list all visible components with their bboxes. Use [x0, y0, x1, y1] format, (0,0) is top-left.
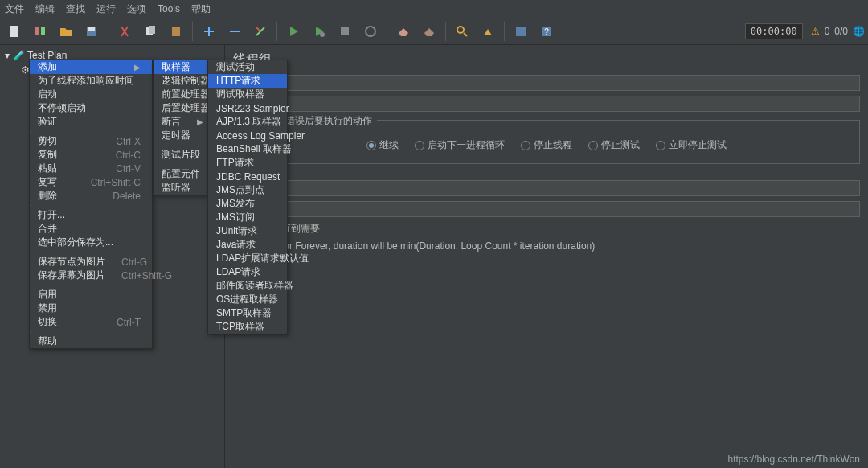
menu-edit[interactable]: 编辑: [35, 2, 55, 16]
func-helper-icon[interactable]: [510, 20, 532, 43]
menu-help[interactable]: 帮助: [191, 2, 211, 16]
menu-item[interactable]: 定时器▶: [154, 129, 207, 142]
menu-item[interactable]: Access Log Sampler: [208, 129, 287, 142]
menu-item[interactable]: 添加▶: [30, 60, 152, 74]
collapse-icon[interactable]: [223, 20, 246, 43]
menu-run[interactable]: 运行: [96, 2, 116, 16]
menu-item[interactable]: 配置元件▶: [154, 167, 207, 181]
menu-item[interactable]: LDAP请求: [208, 265, 287, 279]
sampler-submenu[interactable]: 测试活动HTTP请求调试取样器JSR223 SamplerAJP/1.3 取样器…: [207, 60, 288, 335]
menu-item[interactable]: Java请求: [208, 238, 287, 252]
clear-all-icon[interactable]: [418, 20, 440, 43]
menu-item[interactable]: 禁用: [30, 302, 152, 315]
menu-item[interactable]: 打开...: [30, 208, 152, 222]
menu-item[interactable]: JSR223 Sampler: [208, 101, 287, 115]
menu-item[interactable]: 测试活动: [208, 60, 287, 74]
context-menu[interactable]: 添加▶为子线程添加响应时间启动不停顿启动验证剪切Ctrl-X复制Ctrl-C粘贴…: [29, 60, 153, 349]
ramp-input[interactable]: [252, 201, 860, 217]
radio-continue[interactable]: 继续: [366, 138, 399, 152]
menu-item[interactable]: 保存节点为图片Ctrl-G: [30, 255, 152, 269]
menu-item[interactable]: BeanShell 取样器: [208, 142, 287, 156]
svg-rect-12: [516, 27, 526, 36]
menu-item[interactable]: 监听器▶: [154, 181, 207, 195]
menu-item[interactable]: 剪切Ctrl-X: [30, 134, 152, 148]
menu-item[interactable]: JUnit请求: [208, 224, 287, 238]
run-icon[interactable]: [282, 20, 305, 43]
comment-input[interactable]: [261, 96, 860, 112]
menu-find[interactable]: 查找: [66, 2, 85, 16]
shutdown-icon[interactable]: [359, 20, 382, 43]
menu-item[interactable]: 复制Ctrl-C: [30, 148, 152, 162]
menu-item[interactable]: 删除Delete: [30, 189, 152, 203]
menu-item[interactable]: 帮助: [30, 335, 152, 348]
menu-tools[interactable]: Tools: [158, 3, 180, 14]
menu-item[interactable]: JMS订阅: [208, 211, 287, 224]
open-icon[interactable]: [55, 20, 77, 43]
menu-item[interactable]: 邮件阅读者取样器: [208, 279, 287, 293]
menu-item[interactable]: 取样器▶: [154, 60, 207, 74]
toggle-icon[interactable]: [249, 20, 272, 43]
menu-item[interactable]: HTTP请求: [208, 74, 287, 88]
menu-item[interactable]: 后置处理器▶: [154, 101, 207, 115]
menu-item[interactable]: 验证: [30, 115, 152, 129]
menu-item[interactable]: SMTP取样器: [208, 306, 287, 320]
save-icon[interactable]: [80, 20, 103, 43]
menu-item[interactable]: 选中部分保存为...: [30, 236, 152, 249]
radio-next-loop[interactable]: 启动下一进程循环: [415, 138, 505, 152]
expand-icon[interactable]: [198, 20, 220, 43]
menu-options[interactable]: 选项: [127, 2, 146, 16]
svg-point-10: [366, 27, 375, 36]
cut-icon[interactable]: [113, 20, 136, 43]
globe-icon[interactable]: 🌐: [853, 26, 865, 37]
stop-icon[interactable]: [334, 20, 356, 43]
copy-icon[interactable]: [139, 20, 162, 43]
menu-item[interactable]: OS进程取样器: [208, 293, 287, 306]
clear-icon[interactable]: [392, 20, 415, 43]
reset-search-icon[interactable]: [477, 20, 499, 43]
menu-item[interactable]: 测试片段▶: [154, 148, 207, 162]
templates-icon[interactable]: [29, 20, 51, 43]
svg-rect-4: [88, 27, 95, 31]
menu-item[interactable]: 为子线程添加响应时间: [30, 74, 152, 88]
menu-item[interactable]: 粘贴Ctrl-V: [30, 162, 152, 175]
panel-title: 线程组: [233, 51, 860, 68]
menu-item[interactable]: FTP请求: [208, 156, 287, 170]
radio-stop-now[interactable]: 立即停止测试: [656, 138, 727, 152]
chevron-down-icon[interactable]: ▾: [5, 50, 10, 61]
menu-item[interactable]: 切换Ctrl-T: [30, 315, 152, 329]
run-nopause-icon[interactable]: [308, 20, 330, 43]
new-file-icon[interactable]: [3, 20, 26, 43]
menu-item[interactable]: 调试取样器: [208, 88, 287, 101]
menu-item[interactable]: JMS点到点: [208, 183, 287, 197]
menu-item[interactable]: JDBC Request: [208, 170, 287, 183]
menu-item[interactable]: JMS发布: [208, 197, 287, 211]
help-icon[interactable]: ?: [535, 20, 558, 43]
paste-icon[interactable]: [165, 20, 187, 43]
svg-rect-7: [172, 27, 180, 36]
add-submenu[interactable]: 取样器▶逻辑控制器▶前置处理器▶后置处理器▶断言▶定时器▶测试片段▶配置元件▶监…: [153, 60, 207, 195]
footer-url: https://blog.csdn.net/ThinkWon: [727, 454, 860, 465]
thread-group-panel: 线程组 名称: 注释: 在取样器错误后要执行的动作 继续 启动下一进程循环 停止…: [225, 45, 868, 468]
menu-item[interactable]: 不停顿启动: [30, 101, 152, 115]
menu-item[interactable]: LDAP扩展请求默认值: [208, 252, 287, 265]
menu-item[interactable]: AJP/1.3 取样器: [208, 115, 287, 129]
menu-item[interactable]: 合并: [30, 222, 152, 236]
menu-item[interactable]: 逻辑控制器▶: [154, 74, 207, 88]
menu-file[interactable]: 文件: [5, 2, 24, 16]
name-input[interactable]: [261, 75, 860, 91]
menu-item[interactable]: 保存屏幕为图片Ctrl+Shift-G: [30, 269, 152, 282]
duration-note: s not -1 or Forever, duration will be mi…: [249, 240, 595, 252]
elapsed-timer: 00:00:00: [745, 23, 803, 39]
menu-item[interactable]: 前置处理器▶: [154, 88, 207, 101]
menu-item[interactable]: 断言▶: [154, 115, 207, 129]
radio-stop-test[interactable]: 停止测试: [588, 138, 640, 152]
radio-stop-thread[interactable]: 停止线程: [521, 138, 572, 152]
search-icon[interactable]: [451, 20, 473, 43]
menu-item[interactable]: TCP取样器: [208, 320, 287, 334]
menu-item[interactable]: 启用: [30, 288, 152, 302]
error-action-group: 在取样器错误后要执行的动作 继续 启动下一进程循环 停止线程 停止测试 立即停止…: [233, 120, 860, 164]
threads-input[interactable]: [245, 180, 860, 196]
menu-item[interactable]: 复写Ctrl+Shift-C: [30, 175, 152, 189]
menu-item[interactable]: 启动: [30, 88, 152, 101]
warning-icon[interactable]: ⚠: [811, 26, 820, 37]
